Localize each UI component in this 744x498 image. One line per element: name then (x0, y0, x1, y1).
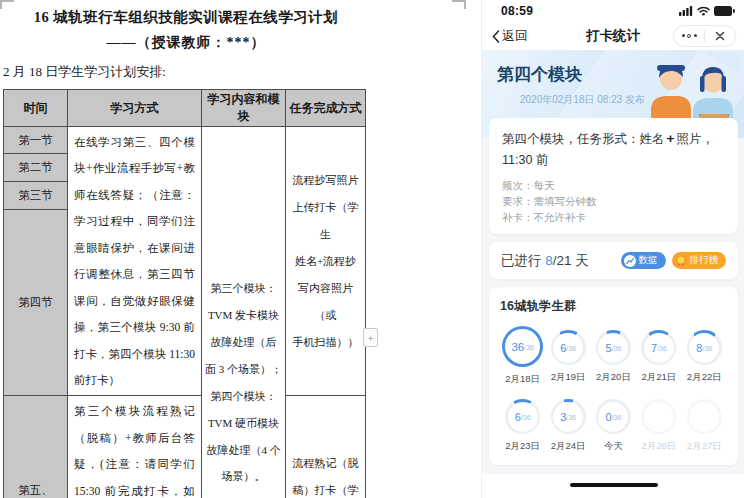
module-title: 第四个模块 (497, 63, 744, 86)
document-pane: 16 城轨班行车组织技能实训课程在线学习计划 ——（授课教师：***） 2 月 … (0, 0, 478, 498)
document-intro: 2 月 18 日学生学习计划安排: (3, 63, 369, 81)
rank-badge-button[interactable]: 排行榜 (672, 252, 727, 269)
time-cell-1: 第一节 (4, 127, 68, 154)
status-bar: 08:59 (482, 0, 744, 22)
checkin-day[interactable]: 8/362月22日 (687, 326, 722, 386)
table-row: 第五、 六节以及本 周其他时间 学习 第三个模块流程熟记（脱稿）+教师后台答疑，… (4, 396, 366, 498)
checkin-progress-ring (641, 399, 676, 434)
checkin-progress-ring (687, 399, 722, 434)
checkin-total: /36 (524, 344, 534, 351)
close-icon (715, 31, 725, 41)
checkin-progress-ring: 6/36 (551, 330, 586, 365)
task-info-card: 第四个模块，任务形式：姓名+照片，11:30 前 频次：每天 要求：需填写分钟数… (489, 118, 738, 234)
checkin-date-label: 今天 (604, 440, 623, 453)
checkin-progress-ring: 7/36 (641, 330, 676, 365)
checkin-date-label: 2月21日 (641, 371, 676, 384)
back-chevron-icon (492, 30, 500, 43)
more-dots-icon (682, 34, 697, 38)
time-cell-3: 第三节 (4, 181, 68, 209)
rank-badge-label: 排行榜 (690, 254, 719, 267)
task-requirement: 要求：需填写分钟数 (502, 193, 725, 209)
time-cell-5: 第五、 六节以及本 周其他时间 学习 (4, 396, 68, 498)
battery-icon (714, 6, 735, 16)
checkin-total: /36 (566, 414, 576, 421)
table-insert-button[interactable]: + (363, 328, 378, 347)
module-publish-date: 2020年02月18日 08:23 发布 (520, 93, 744, 107)
chart-icon (624, 255, 636, 267)
group-name: 16城轨学生群 (500, 298, 727, 315)
method-cell-extra: 第三个模块流程熟记（脱稿）+教师后台答疑，(注意：请同学们 15:30 前完成打… (68, 396, 202, 498)
checkin-count: 36 (511, 341, 524, 353)
col-header-task: 任务完成方式 (286, 90, 366, 127)
checkin-total: /36 (521, 414, 531, 421)
checkin-day[interactable]: 0/36今天 (596, 395, 631, 453)
table-header-row: 时间 学习方式 学习内容和模块 任务完成方式 (4, 90, 366, 127)
col-header-content: 学习内容和模块 (202, 90, 286, 127)
page-corner-mark (452, 0, 466, 9)
task-frequency: 频次：每天 (502, 177, 725, 193)
document-title: 16 城轨班行车组织技能实训课程在线学习计划 (3, 8, 369, 27)
checkin-date-label: 2月22日 (687, 371, 722, 384)
miniprogram-capsule (673, 25, 736, 47)
more-options-button[interactable] (674, 26, 704, 46)
plus-icon: + (665, 131, 677, 146)
checkin-day[interactable]: 6/362月19日 (551, 326, 586, 386)
back-button[interactable]: 返回 (492, 27, 528, 45)
checkin-progress-ring: 5/36 (596, 330, 631, 365)
checkin-day[interactable]: 7/362月21日 (641, 326, 676, 386)
task-cell-main: 流程抄写照片 上传打卡（学生 姓名+流程抄 写内容照片（或 手机扫描）） (286, 127, 366, 396)
phone-footer (482, 474, 744, 498)
checkin-progress-ring: 6/36 (505, 399, 540, 434)
content-cell: 第三个模块： TVM 发卡模块 故障处理（后 面 3 个场景）； 第四个模块： … (202, 127, 286, 498)
checkin-date-label: 2月24日 (551, 440, 586, 453)
checkin-day[interactable]: 6/362月23日 (505, 395, 540, 453)
data-badge-button[interactable]: 数据 (621, 252, 666, 269)
method-cell-main: 在线学习第三、四个模块+作业流程手抄写+教师在线答疑；（注意：学习过程中，同学们… (68, 127, 202, 396)
data-badge-label: 数据 (639, 254, 658, 267)
checkin-total: /36 (702, 345, 712, 352)
study-plan-table: 时间 学习方式 学习内容和模块 任务完成方式 第一节 在线学习第三、四个模块+作… (3, 89, 366, 498)
checkin-progress-ring: 36/36 (502, 326, 543, 367)
checkin-date-label: 2月20日 (596, 371, 631, 384)
checkin-day[interactable]: 5/362月20日 (596, 326, 631, 386)
progress-text: 已进行 8/21 天 (501, 252, 589, 270)
checkin-day[interactable]: 3/362月24日 (551, 395, 586, 453)
checkin-total: /36 (657, 345, 667, 352)
checkin-progress-ring: 8/36 (687, 330, 722, 365)
cellular-signal-icon (679, 6, 693, 16)
checkin-date-label: 2月23日 (505, 440, 540, 453)
col-header-method: 学习方式 (68, 90, 202, 127)
checkin-day[interactable]: 36/362月18日 (502, 326, 543, 386)
col-header-time: 时间 (4, 90, 68, 127)
group-checkin-card: 16城轨学生群 36/362月18日6/362月19日5/362月20日7/36… (489, 287, 738, 465)
task-makeup-rule: 补卡：不允许补卡 (502, 209, 725, 225)
checkin-date-label: 2月18日 (505, 373, 540, 386)
checkin-progress-ring: 0/36 (596, 399, 631, 434)
checkin-date-label: 2月19日 (551, 371, 586, 384)
progress-card: 已进行 8/21 天 数据 排行榜 (489, 242, 738, 279)
checkin-progress-ring: 3/36 (551, 399, 586, 434)
days-done: 8 (545, 253, 553, 268)
close-button[interactable] (705, 26, 735, 46)
page-corner-mark (0, 0, 14, 9)
document-subtitle: ——（授课教师：***） (3, 34, 369, 52)
task-description: 第四个模块，任务形式：姓名+照片，11:30 前 (502, 128, 725, 170)
table-row: 第一节 在线学习第三、四个模块+作业流程手抄写+教师在线答疑；（注意：学习过程中… (4, 127, 366, 154)
checkin-grid: 36/362月18日6/362月19日5/362月20日7/362月21日8/3… (500, 326, 727, 453)
wifi-icon (697, 6, 710, 16)
checkin-date-label: 2月26日 (641, 440, 676, 453)
checkin-date-label: 2月27日 (687, 440, 722, 453)
medal-icon (675, 255, 687, 267)
scroll-area[interactable]: 第四个模块 2020年02月18日 08:23 发布 第四个模块，任务形式：姓名… (482, 50, 744, 474)
checkin-total: /36 (612, 414, 622, 421)
status-time: 08:59 (501, 4, 533, 18)
time-cell-2: 第二节 (4, 153, 68, 181)
phone-screenshot: 08:59 返回 打卡统计 (481, 0, 744, 498)
checkin-day[interactable]: 2月27日 (687, 395, 722, 453)
nav-bar: 返回 打卡统计 (482, 22, 744, 50)
checkin-day[interactable]: 2月26日 (641, 395, 676, 453)
checkin-total: /36 (566, 345, 576, 352)
time-cell-4: 第四节 (4, 209, 68, 396)
home-indicator[interactable] (570, 483, 658, 487)
task-cell-extra: 流程熟记（脱 稿）打卡（学生 姓名+熟记内 容） (286, 396, 366, 498)
